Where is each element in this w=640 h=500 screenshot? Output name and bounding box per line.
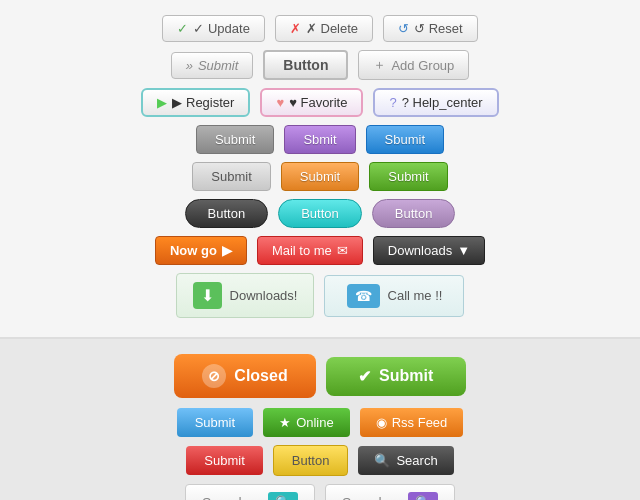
update-label: ✓ Update	[193, 21, 250, 36]
x-icon: ✗	[290, 21, 301, 36]
callme-button[interactable]: ☎ Call me !!	[324, 275, 464, 317]
delete-button[interactable]: ✗ ✗ Delete	[275, 15, 373, 42]
submit-lightgray-label: Submit	[211, 169, 251, 184]
closed-label: Closed	[234, 367, 287, 385]
sbumit-blue-button[interactable]: Sbumit	[366, 125, 444, 154]
nowgo-button[interactable]: Now go ▶	[155, 236, 247, 265]
closed-button[interactable]: ⊘ Closed	[174, 354, 315, 398]
check-icon: ✓	[177, 21, 188, 36]
button-label: Button	[283, 57, 328, 73]
register-label: ▶ Register	[172, 95, 234, 110]
button-dark-label: Button	[208, 206, 246, 221]
heart-icon: ♥	[276, 95, 284, 110]
help-center-button[interactable]: ? ? Help_center	[373, 88, 498, 117]
submit-label: Submit	[198, 58, 238, 73]
closed-icon: ⊘	[202, 364, 226, 388]
mailtome-button[interactable]: Mail to me ✉	[257, 236, 363, 265]
favorite-button[interactable]: ♥ ♥ Favorite	[260, 88, 363, 117]
plus-icon: ＋	[373, 56, 386, 74]
reset-label: ↺ Reset	[414, 21, 463, 36]
button-purple-label: Button	[395, 206, 433, 221]
phone-icon: ☎	[347, 284, 380, 308]
submit-orange-label: Submit	[300, 169, 340, 184]
button-plain[interactable]: Button	[263, 50, 348, 80]
button-purple-pill[interactable]: Button	[372, 199, 456, 228]
submit-button-outline[interactable]: » Submit	[171, 52, 254, 79]
button-cyan-pill[interactable]: Button	[278, 199, 362, 228]
online-button[interactable]: ★ Online	[263, 408, 350, 437]
reset-button[interactable]: ↺ ↺ Reset	[383, 15, 478, 42]
submit-red-button[interactable]: Submit	[186, 446, 262, 475]
sbmit-purple-label: Sbmit	[303, 132, 336, 147]
submit-big-label: Submit	[379, 367, 433, 385]
rss-icon: ◉	[376, 415, 387, 430]
downloads-button[interactable]: Downloads ▼	[373, 236, 485, 265]
downloads-green-button[interactable]: ⬇ Downloads!	[176, 273, 315, 318]
mail-icon: ✉	[337, 243, 348, 258]
submit-big-button[interactable]: ✔ Submit	[326, 357, 466, 396]
green-arrow-icon: ▶	[157, 95, 167, 110]
online-label: Online	[296, 415, 334, 430]
submit-blue-label: Submit	[195, 415, 235, 430]
nowgo-label: Now go	[170, 243, 217, 258]
sbmit-purple-button[interactable]: Sbmit	[284, 125, 355, 154]
button-yellow[interactable]: Button	[273, 445, 349, 476]
search-white1-button[interactable]: Search 🔍	[185, 484, 315, 500]
rssfeed-label: Rss Feed	[392, 415, 448, 430]
submit-gray-label: Submit	[215, 132, 255, 147]
delete-label: ✗ Delete	[306, 21, 358, 36]
submit-orange-button[interactable]: Submit	[281, 162, 359, 191]
reset-icon: ↺	[398, 21, 409, 36]
search-icon-dark: 🔍	[374, 453, 390, 468]
button-cyan-label: Button	[301, 206, 339, 221]
search-white2-button[interactable]: Search 🔍	[325, 484, 455, 500]
add-group-button[interactable]: ＋ Add Group	[358, 50, 469, 80]
register-button[interactable]: ▶ ▶ Register	[141, 88, 250, 117]
search1-label: Search	[202, 495, 246, 501]
check-big-icon: ✔	[358, 367, 371, 386]
submit-green-label: Submit	[388, 169, 428, 184]
callme-label: Call me !!	[388, 288, 443, 303]
button-yellow-label: Button	[292, 453, 330, 468]
update-button[interactable]: ✓ ✓ Update	[162, 15, 265, 42]
down-arrow-icon: ▼	[457, 243, 470, 258]
help-label: ? Help_center	[402, 95, 483, 110]
submit-green-button[interactable]: Submit	[369, 162, 447, 191]
search-dark-button[interactable]: 🔍 Search	[358, 446, 453, 475]
search2-label: Search	[342, 495, 386, 501]
sbumit-blue-label: Sbumit	[385, 132, 425, 147]
submit-blue-button[interactable]: Submit	[177, 408, 253, 437]
mailtome-label: Mail to me	[272, 243, 332, 258]
downloads-green-label: Downloads!	[230, 288, 298, 303]
submit-gray-button[interactable]: Submit	[196, 125, 274, 154]
star-icon: ★	[279, 415, 291, 430]
submit-lightgray-button[interactable]: Submit	[192, 162, 270, 191]
arrow-icon: »	[186, 58, 193, 73]
submit-red-label: Submit	[204, 453, 244, 468]
addgroup-label: Add Group	[391, 58, 454, 73]
downloads-label: Downloads	[388, 243, 452, 258]
arrow-right-icon: ▶	[222, 243, 232, 258]
favorite-label: ♥ Favorite	[289, 95, 347, 110]
search-purple-icon: 🔍	[408, 492, 438, 500]
rssfeed-button[interactable]: ◉ Rss Feed	[360, 408, 464, 437]
search-dark-label: Search	[396, 453, 437, 468]
question-icon: ?	[389, 95, 396, 110]
download-icon-green: ⬇	[193, 282, 222, 309]
button-dark-pill[interactable]: Button	[185, 199, 269, 228]
search-teal-icon: 🔍	[268, 492, 298, 500]
